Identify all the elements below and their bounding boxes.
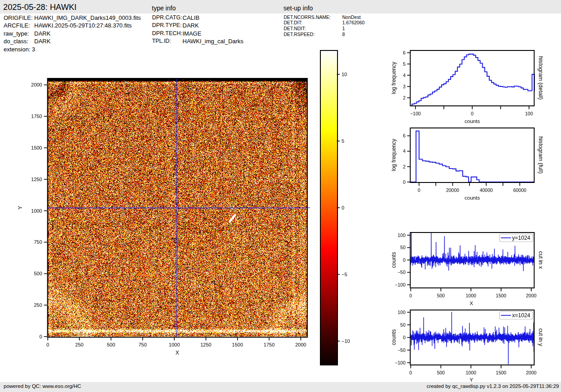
svg-text:5: 5 (342, 138, 344, 144)
svg-text:Y: Y (17, 206, 23, 210)
svg-text:50: 50 (400, 322, 406, 328)
svg-text:1000: 1000 (466, 370, 477, 375)
svg-text:1500: 1500 (496, 370, 506, 375)
svg-text:0: 0 (39, 334, 42, 339)
svg-text:20000: 20000 (446, 187, 459, 193)
svg-text:2000: 2000 (526, 370, 537, 375)
svg-text:counts: counts (465, 195, 480, 201)
svg-text:0: 0 (403, 179, 406, 185)
svg-text:0: 0 (342, 205, 344, 210)
svg-text:counts: counts (391, 252, 397, 268)
svg-text:1250: 1250 (31, 177, 42, 182)
svg-text:x=1024: x=1024 (512, 312, 531, 319)
svg-text:log frequency: log frequency (391, 139, 397, 171)
svg-text:1000: 1000 (466, 293, 477, 298)
svg-text:Y: Y (470, 377, 473, 383)
svg-text:histogram (detail): histogram (detail) (538, 56, 544, 100)
svg-text:counts: counts (391, 329, 397, 345)
svg-text:500: 500 (107, 342, 115, 347)
svg-text:−100: −100 (395, 282, 406, 287)
svg-text:4: 4 (403, 148, 406, 154)
svg-text:750: 750 (34, 239, 42, 245)
svg-text:−100: −100 (395, 360, 406, 365)
svg-text:60000: 60000 (513, 187, 526, 193)
svg-text:0: 0 (410, 370, 412, 375)
svg-text:2000: 2000 (31, 82, 42, 87)
svg-text:100: 100 (525, 111, 533, 116)
svg-text:100: 100 (397, 232, 406, 238)
svg-text:−50: −50 (397, 347, 406, 353)
svg-text:100: 100 (397, 310, 406, 315)
svg-text:40000: 40000 (479, 187, 493, 193)
svg-text:−10: −10 (342, 338, 350, 344)
svg-text:log frequency: log frequency (391, 62, 397, 94)
svg-text:1750: 1750 (264, 342, 274, 347)
svg-text:0: 0 (46, 342, 49, 347)
svg-text:cut in y: cut in y (538, 328, 544, 346)
svg-text:250: 250 (34, 302, 42, 308)
svg-text:6: 6 (403, 50, 406, 55)
svg-text:counts: counts (465, 119, 480, 124)
svg-text:0: 0 (403, 335, 406, 340)
svg-text:5: 5 (403, 61, 406, 67)
svg-text:−50: −50 (397, 269, 406, 275)
svg-text:6: 6 (403, 133, 406, 138)
svg-text:y=1024: y=1024 (512, 235, 531, 241)
svg-text:0: 0 (418, 187, 420, 193)
svg-text:X: X (470, 301, 473, 306)
svg-text:3: 3 (403, 84, 406, 89)
svg-text:10: 10 (342, 72, 347, 77)
svg-text:0: 0 (471, 111, 474, 116)
svg-text:2000: 2000 (526, 293, 537, 298)
svg-text:1750: 1750 (31, 114, 42, 119)
svg-text:histogram (full): histogram (full) (538, 137, 544, 174)
svg-text:2: 2 (403, 164, 406, 169)
svg-text:0: 0 (403, 257, 406, 263)
svg-text:50: 50 (400, 245, 406, 250)
svg-text:750: 750 (138, 342, 146, 347)
svg-text:500: 500 (437, 370, 445, 375)
svg-text:1500: 1500 (31, 145, 42, 150)
svg-text:1000: 1000 (169, 342, 180, 347)
svg-text:1500: 1500 (496, 293, 506, 298)
svg-text:1000: 1000 (31, 208, 42, 214)
svg-text:500: 500 (437, 293, 445, 298)
svg-text:250: 250 (75, 342, 83, 347)
svg-text:4: 4 (403, 73, 406, 78)
svg-text:1500: 1500 (232, 342, 243, 347)
svg-text:2000: 2000 (295, 342, 306, 347)
svg-text:cut in x: cut in x (538, 251, 544, 269)
svg-text:−5: −5 (342, 272, 347, 277)
svg-text:2: 2 (403, 95, 406, 100)
svg-text:X: X (175, 350, 179, 356)
svg-text:−100: −100 (410, 111, 421, 116)
svg-text:500: 500 (34, 271, 42, 276)
svg-text:0: 0 (410, 293, 412, 298)
svg-text:1250: 1250 (201, 342, 211, 347)
